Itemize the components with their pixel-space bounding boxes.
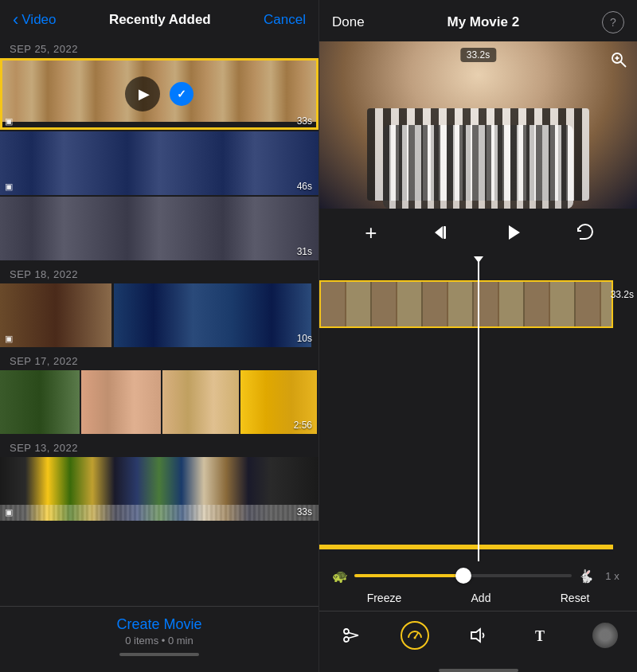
left-footer: Create Movie 0 items • 0 min xyxy=(0,606,318,672)
preview-image xyxy=(319,41,637,209)
svg-line-9 xyxy=(348,633,358,636)
camera-icon: ▣ xyxy=(5,507,13,518)
video-item[interactable]: 31s xyxy=(0,197,318,260)
video-preview: 33.2s xyxy=(319,41,637,209)
bottom-toolbar: T xyxy=(319,611,637,669)
svg-point-12 xyxy=(413,637,416,639)
speed-label: 1 x xyxy=(600,570,624,582)
left-header: Video Recently Added Cancel xyxy=(0,0,318,37)
svg-marker-13 xyxy=(471,629,480,642)
fast-icon: 🐇 xyxy=(578,568,594,584)
svg-rect-5 xyxy=(444,226,446,239)
camera-icon: ▣ xyxy=(5,334,13,344)
help-button[interactable]: ? xyxy=(602,11,624,33)
home-indicator xyxy=(439,669,518,672)
done-button[interactable]: Done xyxy=(332,14,365,30)
film-strip xyxy=(0,283,318,347)
create-movie-button[interactable]: Create Movie xyxy=(0,616,318,633)
volume-tool[interactable] xyxy=(460,618,495,653)
video-duration: 33s xyxy=(297,115,312,127)
svg-point-7 xyxy=(344,629,349,634)
speed-actions: Freeze Add Reset xyxy=(319,590,637,611)
text-tool[interactable]: T xyxy=(524,618,559,653)
timeline-duration: 33.2s xyxy=(611,289,634,300)
svg-line-10 xyxy=(348,635,358,639)
home-indicator xyxy=(119,653,199,656)
scissors-tool[interactable] xyxy=(334,618,369,653)
back-label: Video xyxy=(21,12,56,28)
left-panel: Video Recently Added Cancel SEP 25, 2022… xyxy=(0,0,318,672)
speed-slider[interactable] xyxy=(354,568,572,584)
video-item[interactable]: ▣ 46s xyxy=(0,131,318,195)
timeline-area[interactable]: 33.2s xyxy=(319,256,637,561)
video-item[interactable]: 2:56 xyxy=(0,370,318,434)
svg-marker-6 xyxy=(509,225,520,240)
create-movie-sub: 0 items • 0 min xyxy=(0,635,318,647)
video-duration: 10s xyxy=(297,333,312,344)
reset-button[interactable]: Reset xyxy=(561,592,590,604)
freeze-button[interactable]: Freeze xyxy=(367,592,402,604)
video-duration: 2:56 xyxy=(294,420,312,431)
section-date-3: SEP 17, 2022 xyxy=(0,349,318,370)
svg-text:T: T xyxy=(535,628,545,644)
add-speed-button[interactable]: Add xyxy=(471,592,491,604)
video-item[interactable]: ▣ 33s xyxy=(0,457,318,521)
video-duration: 33s xyxy=(297,506,312,518)
speedometer-tool[interactable] xyxy=(397,618,432,653)
video-duration: 31s xyxy=(297,246,312,257)
page-title: Recently Added xyxy=(109,12,211,28)
svg-line-1 xyxy=(621,62,627,68)
slow-icon: 🐢 xyxy=(332,568,348,584)
select-check[interactable] xyxy=(170,82,193,106)
help-icon: ? xyxy=(610,16,616,29)
section-date-2: SEP 18, 2022 xyxy=(0,262,318,283)
svg-marker-4 xyxy=(435,226,443,239)
video-duration: 46s xyxy=(297,181,312,192)
timeline-controls: + xyxy=(319,209,637,256)
movie-title: My Movie 2 xyxy=(447,14,519,30)
rewind-button[interactable] xyxy=(428,218,457,247)
camera-icon: ▣ xyxy=(5,182,13,192)
video-item[interactable]: ▣ 10s xyxy=(0,283,318,347)
play-button[interactable] xyxy=(499,218,528,247)
speed-thumb[interactable] xyxy=(455,568,471,584)
add-button[interactable]: + xyxy=(357,218,385,247)
svg-point-8 xyxy=(344,637,349,642)
effects-tool[interactable] xyxy=(588,618,623,653)
zoom-button[interactable] xyxy=(607,48,631,72)
film-strip xyxy=(0,370,318,434)
undo-button[interactable] xyxy=(571,218,600,247)
speed-track xyxy=(354,574,572,577)
cancel-button[interactable]: Cancel xyxy=(264,12,306,28)
section-date-4: SEP 13, 2022 xyxy=(0,436,318,457)
preview-time-badge: 33.2s xyxy=(460,48,496,62)
play-button[interactable] xyxy=(125,76,160,111)
film-strip xyxy=(0,131,318,195)
speed-fill xyxy=(354,574,463,577)
film-strip xyxy=(0,197,318,260)
back-button[interactable]: Video xyxy=(13,11,57,29)
video-item[interactable]: ▣ 33s xyxy=(0,58,318,130)
video-list: SEP 25, 2022 ▣ 33s ▣ 46s xyxy=(0,37,318,672)
section-date-1: SEP 25, 2022 xyxy=(0,37,318,58)
speed-controls: 🐢 🐇 1 x xyxy=(319,561,637,590)
camera-icon: ▣ xyxy=(5,116,13,127)
play-overlay xyxy=(125,76,193,111)
right-panel: Done My Movie 2 ? 33.2s + xyxy=(318,0,637,672)
right-header: Done My Movie 2 ? xyxy=(319,0,637,41)
